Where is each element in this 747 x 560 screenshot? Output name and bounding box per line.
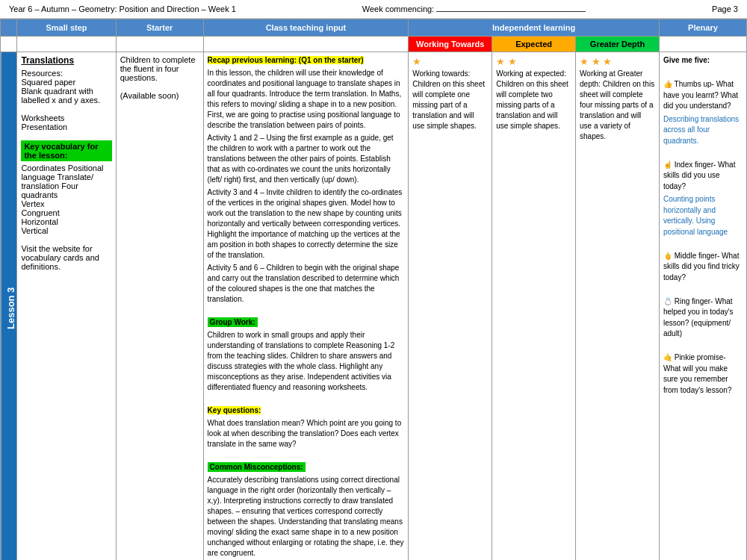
- expected-sub: Working at expected: Children on this sh…: [496, 69, 571, 131]
- key-vocab-label: Key vocabulary for the lesson:: [21, 140, 111, 161]
- act12: Activity 1 and 2 – Using the first examp…: [208, 133, 405, 185]
- smallstep-title: Translations: [21, 55, 111, 66]
- key-q-body: What does translation mean? Which point …: [208, 418, 405, 449]
- smallstep-visit: Visit the website for vocabulary cards a…: [21, 244, 111, 271]
- greater-sub: Working at Greater depth: Children on th…: [580, 69, 655, 142]
- plenary-pinkie: 🤙 Pinkie promise- What will you make sur…: [663, 352, 743, 396]
- column-headers: Small step Starter Class teaching input …: [1, 19, 747, 37]
- expected-header: Expected: [492, 37, 576, 52]
- teaching-header: Class teaching input: [203, 19, 409, 37]
- starter-available: (Available soon): [120, 91, 199, 100]
- plenary-intro: Give me five:: [663, 56, 710, 64]
- plenary-header: Plenary: [659, 19, 746, 37]
- smallstep-resources-label: Resources:: [21, 69, 111, 78]
- misconception-label: Common Misconceptions:: [208, 462, 306, 472]
- recap-body: In this lesson, the children will use th…: [208, 68, 405, 131]
- main-table: Small step Starter Class teaching input …: [0, 19, 747, 560]
- working-towards-header: Working Towards: [409, 37, 492, 52]
- indep-header: Independent learning: [409, 19, 660, 37]
- smallstep-vocab: Coordinates Positional language Translat…: [21, 164, 111, 235]
- recap-label: Recap previous learning: (Q1 on the star…: [208, 56, 364, 64]
- plenary-middle: 🖕 Middle finger- What skills did you fin…: [663, 251, 743, 284]
- header-page: Page 3: [712, 4, 738, 13]
- plenary-cell: Give me five: 👍 Thumbs up- What have you…: [659, 52, 746, 561]
- smallstep-cell: Translations Resources: Squared paper Bl…: [17, 52, 116, 561]
- content-row: Lesson 3 Translations Resources: Squared…: [1, 52, 747, 561]
- lesson-col-header: [1, 19, 17, 37]
- plenary-index-detail: Counting points horizontally and vertica…: [663, 194, 743, 237]
- plenary-thumb: 👍 Thumbs up- What have you learnt? What …: [663, 79, 743, 112]
- working-towards-sub: Working towards: Children on this sheet …: [412, 69, 488, 131]
- smallstep-header: Small step: [17, 19, 116, 37]
- teaching-cell: Recap previous learning: (Q1 on the star…: [203, 52, 409, 561]
- working-towards-cell: ★ Working towards: Children on this shee…: [409, 52, 492, 561]
- plenary-thumb-detail: Describing translations across all four …: [663, 114, 743, 147]
- plenary-index: ☝ Index finger- What skills did you use …: [663, 160, 743, 193]
- act56: Activity 5 and 6 – Children to begin wit…: [208, 263, 405, 305]
- expected-cell: ★ ★ Working at expected: Children on thi…: [492, 52, 576, 561]
- act34: Activity 3 and 4 – Invite children to id…: [208, 187, 405, 261]
- starter-header: Starter: [116, 19, 203, 37]
- sub-header-row: Working Towards Expected Greater Depth: [1, 37, 747, 52]
- greater-stars: ★ ★ ★: [580, 55, 655, 69]
- lesson-label: Lesson 3: [1, 52, 17, 561]
- page-header: Year 6 – Autumn – Geometry: Position and…: [0, 0, 747, 19]
- smallstep-resources: Squared paper Blank quadrant with labell…: [21, 78, 111, 131]
- group-label: Group Work:: [208, 317, 258, 327]
- greater-header: Greater Depth: [576, 37, 660, 52]
- misconception-body: Accurately describing translations using…: [208, 475, 405, 559]
- expected-stars: ★ ★: [496, 55, 571, 69]
- starter-cell: Children to complete the fluent in four …: [116, 52, 203, 561]
- key-q-label: Key questions:: [208, 406, 261, 414]
- header-title: Year 6 – Autumn – Geometry: Position and…: [9, 4, 236, 13]
- plenary-ring: 💍 Ring finger- What helped you in today'…: [663, 296, 743, 340]
- group-body: Children to work in small groups and app…: [208, 330, 405, 393]
- greater-cell: ★ ★ ★ Working at Greater depth: Children…: [576, 52, 660, 561]
- header-week: Week commencing:: [362, 4, 586, 13]
- starter-text: Children to complete the fluent in four …: [120, 55, 199, 82]
- working-towards-stars: ★: [412, 55, 488, 69]
